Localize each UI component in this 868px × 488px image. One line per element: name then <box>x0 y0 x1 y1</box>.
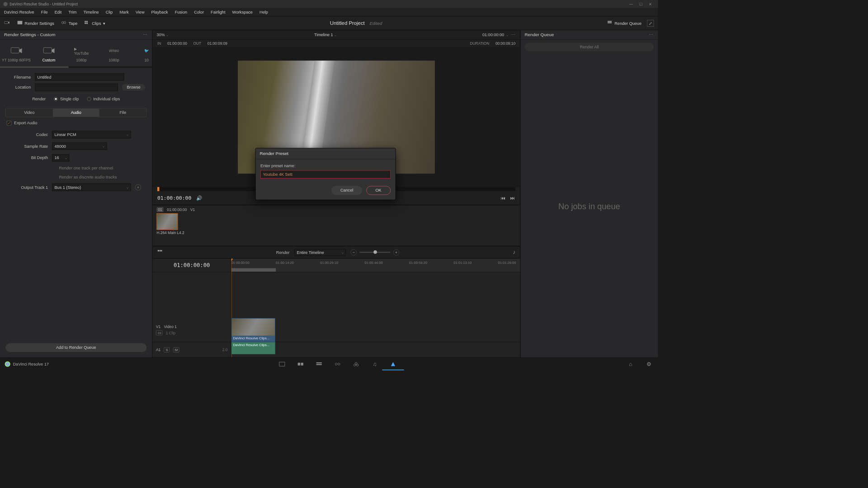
zoom-out-button[interactable]: − <box>351 249 357 255</box>
viewer-timecode[interactable]: 01:00:00:00 <box>482 33 504 38</box>
preset-scrollbar[interactable] <box>0 66 152 68</box>
project-edited-label: Edited <box>370 21 382 26</box>
chevron-down-icon: ⌵ <box>127 186 128 189</box>
bitdepth-select[interactable]: 16⌵ <box>52 154 69 162</box>
render-settings-button[interactable]: Render Settings <box>14 19 57 28</box>
preset-custom[interactable]: Custom <box>33 43 65 66</box>
tab-video[interactable]: Video <box>6 108 53 117</box>
clip-thumbnail[interactable] <box>156 213 178 230</box>
track-enable-button[interactable]: ▭ <box>156 330 162 335</box>
ruler-tick: 01:00:44:00 <box>365 261 383 264</box>
video-clip[interactable]: DaVinci Resolve Clips... <box>231 318 275 342</box>
chevron-down-icon: ⌵ <box>335 33 336 37</box>
menu-trim[interactable]: Trim <box>66 9 79 15</box>
twitter-icon: 🐦 <box>140 46 152 56</box>
menu-help[interactable]: Help <box>257 9 271 15</box>
menu-mark[interactable]: Mark <box>117 9 131 15</box>
tab-audio[interactable]: Audio <box>52 108 99 117</box>
settings-tabs: Video Audio File <box>5 108 146 117</box>
export-audio-checkbox[interactable] <box>7 121 11 125</box>
close-button[interactable]: ✕ <box>646 2 655 6</box>
render-range-bar[interactable] <box>231 268 276 272</box>
window-title: DaVinci Resolve Studio - Untitled Projec… <box>9 2 78 6</box>
preset-yt-1080p-60fps[interactable]: YT 1080p 60FPS <box>0 43 33 66</box>
preset-1080p[interactable]: ▶ YouTube1080p <box>65 43 98 66</box>
thumbnails-view-button[interactable] <box>157 249 163 255</box>
solo-button[interactable]: S <box>164 347 170 352</box>
viewer-options-button[interactable]: ⋯ <box>511 33 516 38</box>
deliver-page-button[interactable] <box>389 360 397 368</box>
preset-1080p[interactable]: vimeo1080p <box>98 43 130 66</box>
menu-playback[interactable]: Playback <box>149 9 171 15</box>
render-queue-empty-label: No jobs in queue <box>520 56 658 358</box>
output-track-label: Output Track 1 <box>7 185 48 190</box>
menu-davinci-resolve[interactable]: DaVinci Resolve <box>1 9 37 15</box>
menu-workspace[interactable]: Workspace <box>230 9 255 15</box>
expand-button[interactable]: ⤢ <box>647 20 654 27</box>
home-button[interactable]: ⌂ <box>627 360 635 368</box>
render-queue-options-button[interactable]: ⋯ <box>649 32 654 37</box>
render-all-button[interactable]: Render All <box>524 42 654 52</box>
fusion-page-button[interactable] <box>334 360 342 368</box>
audio-clip[interactable]: DaVinci Resolve Clips... <box>231 342 275 354</box>
render-queue-button[interactable]: Render Queue <box>604 19 645 28</box>
tape-button[interactable]: Tape <box>57 19 81 28</box>
clips-button[interactable]: Clips ▾ <box>81 19 108 28</box>
menu-clip[interactable]: Clip <box>103 9 116 15</box>
menu-edit[interactable]: Edit <box>52 9 65 15</box>
media-page-button[interactable] <box>278 360 286 368</box>
audio-track-lane[interactable]: DaVinci Resolve Clips... <box>231 342 520 357</box>
menu-fusion[interactable]: Fusion <box>172 9 190 15</box>
svg-point-4 <box>64 22 66 24</box>
output-track-select[interactable]: Bus 1 (Stereo)⌵ <box>52 183 131 191</box>
mute-track-button[interactable]: M <box>173 347 179 352</box>
video-track-lane[interactable]: DaVinci Resolve Clips... <box>231 318 520 342</box>
filename-input[interactable] <box>35 73 124 81</box>
resolve-version-label: DaVinci Resolve 17 <box>13 361 49 366</box>
edit-page-button[interactable] <box>315 360 323 368</box>
single-clip-radio[interactable]: Single clip <box>54 97 79 102</box>
prev-clip-button[interactable]: ⏮ <box>501 195 506 201</box>
add-to-render-queue-button[interactable]: Add to Render Queue <box>5 343 146 352</box>
add-output-track-button[interactable]: + <box>135 184 142 191</box>
menu-fairlight[interactable]: Fairlight <box>208 9 228 15</box>
menu-color[interactable]: Color <box>191 9 207 15</box>
ok-button[interactable]: OK <box>366 186 391 195</box>
menu-view[interactable]: View <box>133 9 147 15</box>
tab-file[interactable]: File <box>99 108 146 117</box>
zoom-slider[interactable] <box>359 252 390 253</box>
cancel-button[interactable]: Cancel <box>331 186 362 195</box>
video-track-header[interactable]: V1Video 1 ▭1 Clip <box>152 318 231 342</box>
svg-rect-9 <box>608 21 612 22</box>
next-clip-button[interactable]: ⏭ <box>510 195 515 201</box>
timeline-ruler[interactable]: 01:00:00:0001:00:14:2001:00:29:1001:00:4… <box>231 258 520 272</box>
audio-track-header[interactable]: A1 S M 2.0 <box>152 342 231 357</box>
svg-rect-16 <box>298 362 300 365</box>
cut-page-button[interactable] <box>297 360 305 368</box>
audio-meters-button[interactable]: ♪ <box>513 249 515 255</box>
render-scope-select[interactable]: Entire Timeline⌵ <box>294 249 346 256</box>
browse-button[interactable]: Browse <box>122 84 146 91</box>
maximize-button[interactable]: ☐ <box>636 2 646 6</box>
minimize-button[interactable]: — <box>627 2 636 6</box>
codec-select[interactable]: Linear PCM⌵ <box>52 131 131 139</box>
fairlight-page-button[interactable]: ♫ <box>371 360 379 368</box>
timeline-name[interactable]: Timeline 1 <box>314 33 333 38</box>
project-settings-button[interactable]: ⚙ <box>645 360 653 368</box>
menu-file[interactable]: File <box>38 9 51 15</box>
viewer-zoom-select[interactable]: 30% ⌵ <box>156 33 168 38</box>
svg-point-24 <box>357 364 359 366</box>
color-page-button[interactable] <box>352 360 360 368</box>
mute-button[interactable]: 🔊 <box>196 195 202 201</box>
clips-icon <box>85 20 90 26</box>
individual-clips-radio[interactable]: Individual clips <box>87 97 120 102</box>
samplerate-select[interactable]: 48000⌵ <box>52 142 107 150</box>
preset-name-input[interactable] <box>260 170 391 178</box>
quick-export-icon[interactable] <box>4 20 9 26</box>
panel-options-button[interactable]: ⋯ <box>143 32 148 37</box>
preset-10[interactable]: 🐦10 <box>130 43 152 66</box>
location-input[interactable] <box>35 84 118 91</box>
menu-timeline[interactable]: Timeline <box>80 9 101 15</box>
zoom-in-button[interactable]: + <box>393 249 400 255</box>
window-titlebar: DaVinci Resolve Studio - Untitled Projec… <box>0 0 658 8</box>
